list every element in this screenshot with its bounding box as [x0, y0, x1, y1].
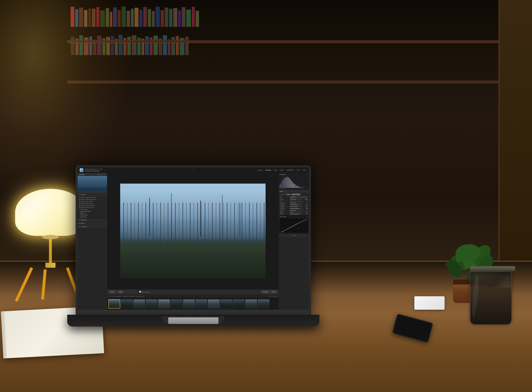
collections-section: ▶ Collections: [78, 225, 107, 228]
original-photo-label: Original Photo: [279, 188, 308, 189]
nav-map[interactable]: Map: [273, 169, 278, 171]
wb-row: WB As Shot: [279, 196, 309, 198]
lightroom-logo: Lr: [80, 168, 83, 172]
laptop-keyboard: [67, 315, 319, 327]
presets-section: ▼ Presets ▶ Lightroom B&W Filter Presets…: [78, 193, 107, 218]
shelf-2: [67, 81, 515, 83]
whites-value: 0: [303, 210, 308, 211]
highlights-value: +27: [303, 206, 308, 207]
key[interactable]: [220, 316, 224, 319]
shadows-row: Shadows +49: [279, 208, 309, 210]
laptop-base: [67, 315, 319, 327]
lightroom-app: Lr Adobe Lightroom CC 2015 Radosław Grzy…: [78, 167, 309, 310]
preset-rybok-elek[interactable]: Rybok_Elektronowa: [78, 210, 107, 212]
filmstrip-thumb-10[interactable]: [220, 299, 232, 308]
center-panel: Copy... Paste | | Soft Proofing: [107, 173, 279, 310]
nav-slideshow[interactable]: Slideshow: [285, 169, 294, 171]
filmstrip-thumb-12[interactable]: [245, 299, 257, 308]
view-mode-icon-2[interactable]: [132, 290, 135, 293]
preset-group-bw-filter[interactable]: ▶ Lightroom B&W Filter Presets: [78, 196, 107, 199]
filmstrip-thumb-6[interactable]: [171, 299, 182, 308]
bookshelf-decoration: [67, 3, 515, 84]
tree-trunk-2: [171, 193, 172, 241]
lightroom-app-name: Adobe Lightroom CC 2015 Radosław Grzybow…: [85, 168, 103, 172]
laptop-touchpad[interactable]: [168, 317, 218, 324]
highlights-row: Highlights +27: [279, 206, 309, 208]
clarity-label: Clarity: [280, 214, 289, 215]
preset-group-video[interactable]: ▶ Lightroom Video Presets: [78, 207, 107, 209]
whites-label: Whites: [280, 210, 289, 211]
preset-group-effect[interactable]: ▶ Lightroom Effect Presets: [78, 203, 107, 205]
preset-rybok2[interactable]: Rybok2: [78, 212, 107, 214]
tint-slider[interactable]: [290, 201, 302, 201]
scene: Lr Adobe Lightroom CC 2015 Radosław Grzy…: [0, 0, 532, 392]
preset-white-wall[interactable]: White_wall: [78, 216, 107, 218]
lightroom-nav-menu: Library | Develop | Map | Book | Slidesh…: [257, 169, 307, 171]
highlights-slider[interactable]: [290, 206, 302, 207]
filmstrip-thumb-2[interactable]: [121, 299, 133, 308]
nav-web[interactable]: Web: [302, 169, 307, 171]
tone-curve-toggle[interactable]: ▲: [307, 216, 308, 217]
filmstrip-thumb-8[interactable]: [195, 299, 207, 308]
filmstrip-thumb-13[interactable]: [258, 299, 270, 308]
preset-group-color[interactable]: ▶ Lightroom Color Presets: [78, 201, 107, 203]
reset-button[interactable]: Reset: [271, 290, 277, 293]
history-section: ▶ History: [78, 222, 107, 225]
filmstrip-thumb-7[interactable]: [183, 299, 195, 308]
shadows-slider[interactable]: [290, 208, 302, 209]
color-treatment-btn[interactable]: Color: [286, 193, 291, 195]
temp-slider[interactable]: [290, 199, 302, 200]
collections-header[interactable]: ▶ Collections: [78, 225, 107, 228]
blacks-slider[interactable]: [290, 212, 302, 212]
basic-header[interactable]: Basic: [279, 190, 309, 193]
history-header[interactable]: ▶ History: [78, 222, 107, 225]
copy-button[interactable]: Copy...: [109, 290, 116, 293]
nav-print[interactable]: Print: [296, 169, 301, 171]
filmstrip-thumb-3[interactable]: [133, 299, 145, 308]
filmstrip-filters-off[interactable]: Filters Off: [272, 296, 277, 297]
contrast-slider[interactable]: [290, 205, 302, 205]
tree-trunk-1: [149, 198, 150, 236]
lamp-leg-back: [41, 269, 47, 300]
soft-proof-checkbox[interactable]: Soft Proofing: [139, 291, 149, 293]
filmstrip-thumb-11[interactable]: [233, 299, 245, 308]
clarity-slider[interactable]: [290, 214, 302, 214]
snapshots-header[interactable]: ▶ Snapshots: [78, 218, 107, 222]
soft-proof-check[interactable]: [139, 291, 141, 293]
preset-group-general[interactable]: ▶ Lightroom General Presets: [78, 205, 107, 207]
tone-curve-header: Tone Curve ▲: [279, 216, 308, 217]
whites-slider[interactable]: [290, 210, 302, 211]
view-mode-icon[interactable]: [127, 290, 130, 293]
nav-library[interactable]: Library: [257, 169, 263, 171]
toolbar-right: Previous Reset: [261, 290, 277, 293]
jar-lid: [470, 266, 515, 271]
photo-frost-effect: [120, 245, 266, 279]
tint-value: +2: [303, 201, 308, 202]
paste-button[interactable]: Paste: [117, 290, 124, 293]
preset-group-user[interactable]: ▼ User Presets: [78, 209, 107, 210]
exposure-slider[interactable]: [290, 203, 302, 203]
lamp-neck: [49, 236, 52, 263]
wb-dropdown[interactable]: As Shot: [290, 196, 308, 198]
tone-curve-section: Tone Curve ▲: [279, 215, 309, 233]
blacks-label: Blacks: [280, 212, 289, 213]
histogram: Histogram ▲: [279, 173, 309, 190]
preset-table-iphone[interactable]: Table_iPhone: [78, 214, 107, 216]
temp-value: 4850: [303, 199, 308, 200]
histogram-toggle[interactable]: ▲: [307, 174, 308, 175]
filmstrip-thumb-4[interactable]: [146, 299, 157, 308]
photo-view: [107, 173, 279, 289]
previous-button[interactable]: Previous: [261, 290, 270, 293]
nav-book[interactable]: Book: [279, 169, 285, 171]
previous-label[interactable]: Previous: [291, 235, 296, 236]
filmstrip-thumb-9[interactable]: [208, 299, 220, 308]
presets-header[interactable]: ▼ Presets: [78, 193, 107, 196]
filmstrip-thumb-1[interactable]: [108, 299, 120, 308]
bw-treatment-btn[interactable]: Black & White: [291, 193, 300, 195]
key[interactable]: [162, 316, 167, 319]
histogram-header-row: Histogram ▲: [279, 174, 308, 176]
nav-develop[interactable]: Develop: [264, 169, 272, 171]
preset-group-bw-toned[interactable]: ▶ Lightroom B&W Toned Presets: [78, 199, 107, 201]
filmstrip-thumb-5[interactable]: [158, 299, 170, 308]
tone-curve-graph[interactable]: [279, 218, 308, 233]
